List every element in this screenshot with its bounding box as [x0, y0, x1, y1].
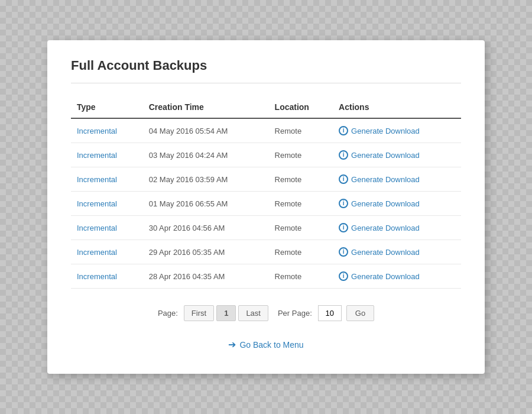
- cell-location: Remote: [269, 264, 333, 289]
- cell-action: iGenerate Download: [333, 167, 461, 192]
- generate-download-label: Generate Download: [351, 272, 420, 281]
- generate-download-label: Generate Download: [351, 127, 420, 135]
- table-row: Incremental03 May 2016 04:24 AMRemoteiGe…: [71, 143, 461, 167]
- cell-action: iGenerate Download: [333, 216, 461, 240]
- per-page-label: Per Page:: [278, 309, 312, 318]
- cell-location: Remote: [269, 216, 333, 240]
- cell-location: Remote: [269, 167, 333, 192]
- cell-location: Remote: [269, 240, 333, 264]
- cell-creation-time: 04 May 2016 05:54 AM: [143, 118, 269, 143]
- cell-action: iGenerate Download: [333, 143, 461, 167]
- cell-location: Remote: [269, 192, 333, 216]
- info-icon: i: [339, 271, 348, 281]
- footer: ➔ Go Back to Menu: [71, 339, 461, 350]
- generate-download-link[interactable]: iGenerate Download: [339, 126, 455, 135]
- generate-download-link[interactable]: iGenerate Download: [339, 174, 455, 184]
- info-icon: i: [339, 174, 348, 184]
- col-header-type: Type: [71, 98, 143, 118]
- cell-action: iGenerate Download: [333, 240, 461, 264]
- table-row: Incremental29 Apr 2016 05:35 AMRemoteiGe…: [71, 240, 461, 264]
- info-icon: i: [339, 150, 348, 160]
- cell-type: Incremental: [71, 192, 143, 216]
- current-page-button[interactable]: 1: [216, 305, 236, 321]
- go-button[interactable]: Go: [346, 305, 374, 321]
- page-title: Full Account Backups: [71, 58, 461, 83]
- cell-type: Incremental: [71, 216, 143, 240]
- cell-creation-time: 29 Apr 2016 05:35 AM: [143, 240, 269, 264]
- generate-download-label: Generate Download: [351, 199, 420, 208]
- table-row: Incremental28 Apr 2016 04:35 AMRemoteiGe…: [71, 264, 461, 289]
- cell-type: Incremental: [71, 118, 143, 143]
- first-page-button[interactable]: First: [184, 305, 214, 321]
- backups-table: Type Creation Time Location Actions Incr…: [71, 98, 461, 289]
- table-row: Incremental02 May 2016 03:59 AMRemoteiGe…: [71, 167, 461, 192]
- generate-download-label: Generate Download: [351, 175, 420, 184]
- cell-action: iGenerate Download: [333, 118, 461, 143]
- table-row: Incremental01 May 2016 06:55 AMRemoteiGe…: [71, 192, 461, 216]
- col-header-location: Location: [269, 98, 333, 118]
- table-row: Incremental30 Apr 2016 04:56 AMRemoteiGe…: [71, 216, 461, 240]
- last-page-button[interactable]: Last: [238, 305, 268, 321]
- page-label: Page:: [158, 309, 178, 318]
- back-arrow-icon: ➔: [228, 339, 236, 350]
- cell-action: iGenerate Download: [333, 264, 461, 289]
- col-header-creation: Creation Time: [143, 98, 269, 118]
- table-row: Incremental04 May 2016 05:54 AMRemoteiGe…: [71, 118, 461, 143]
- info-icon: i: [339, 247, 348, 257]
- info-icon: i: [339, 223, 348, 232]
- generate-download-label: Generate Download: [351, 224, 420, 232]
- cell-type: Incremental: [71, 143, 143, 167]
- col-header-actions: Actions: [333, 98, 461, 118]
- cell-action: iGenerate Download: [333, 192, 461, 216]
- cell-creation-time: 01 May 2016 06:55 AM: [143, 192, 269, 216]
- generate-download-label: Generate Download: [351, 248, 420, 257]
- cell-location: Remote: [269, 143, 333, 167]
- generate-download-link[interactable]: iGenerate Download: [339, 247, 455, 257]
- cell-creation-time: 02 May 2016 03:59 AM: [143, 167, 269, 192]
- generate-download-link[interactable]: iGenerate Download: [339, 271, 455, 281]
- generate-download-link[interactable]: iGenerate Download: [339, 150, 455, 160]
- per-page-input[interactable]: [318, 305, 342, 321]
- generate-download-label: Generate Download: [351, 151, 420, 160]
- generate-download-link[interactable]: iGenerate Download: [339, 199, 455, 208]
- cell-type: Incremental: [71, 240, 143, 264]
- back-link-label: Go Back to Menu: [239, 340, 303, 350]
- info-icon: i: [339, 126, 348, 135]
- cell-creation-time: 30 Apr 2016 04:56 AM: [143, 216, 269, 240]
- cell-type: Incremental: [71, 167, 143, 192]
- cell-creation-time: 03 May 2016 04:24 AM: [143, 143, 269, 167]
- main-card: Full Account Backups Type Creation Time …: [47, 40, 485, 374]
- info-icon: i: [339, 199, 348, 208]
- generate-download-link[interactable]: iGenerate Download: [339, 223, 455, 232]
- cell-location: Remote: [269, 118, 333, 143]
- cell-creation-time: 28 Apr 2016 04:35 AM: [143, 264, 269, 289]
- cell-type: Incremental: [71, 264, 143, 289]
- pagination-bar: Page: First 1 Last Per Page: Go: [71, 305, 461, 321]
- back-to-menu-link[interactable]: ➔ Go Back to Menu: [228, 339, 303, 350]
